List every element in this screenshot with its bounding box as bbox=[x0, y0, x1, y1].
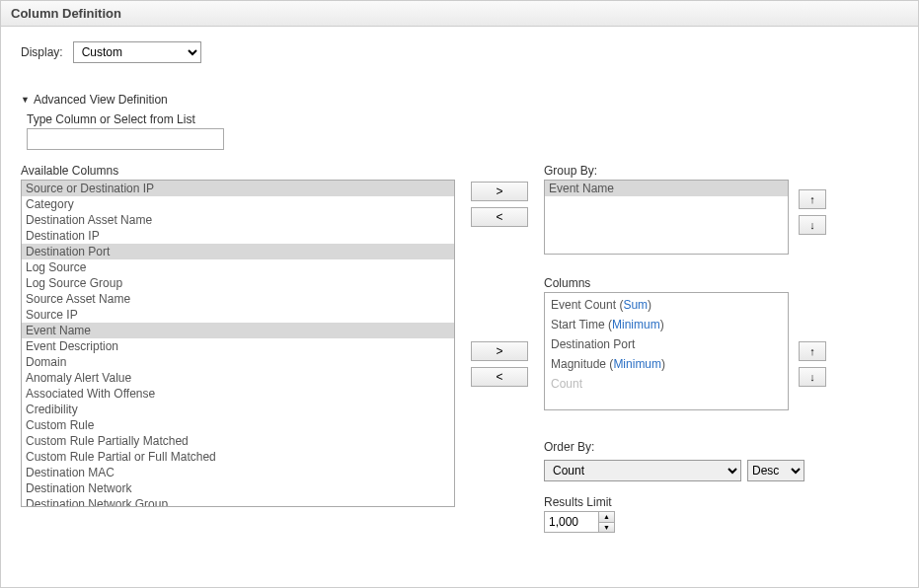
list-item[interactable]: Source IP bbox=[22, 307, 454, 323]
orderby-field-select[interactable]: Count bbox=[544, 460, 741, 481]
type-column-section: Type Column or Select from List bbox=[27, 112, 898, 150]
list-item[interactable]: Source Asset Name bbox=[22, 291, 454, 307]
list-item[interactable]: Destination IP bbox=[22, 228, 454, 244]
disclosure-triangle-icon: ▼ bbox=[21, 96, 30, 105]
remove-from-groupby-button[interactable]: < bbox=[471, 207, 528, 227]
orderby-direction-select[interactable]: Desc bbox=[747, 460, 804, 481]
list-item[interactable]: Magnitude (Minimum) bbox=[545, 354, 788, 374]
type-column-label: Type Column or Select from List bbox=[27, 112, 898, 126]
list-item[interactable]: Category bbox=[22, 196, 454, 212]
list-item[interactable]: Destination Network bbox=[22, 480, 454, 496]
list-item[interactable]: Custom Rule Partial or Full Matched bbox=[22, 449, 454, 465]
list-item[interactable]: Destination Asset Name bbox=[22, 212, 454, 228]
columns-move-down-button[interactable]: ↓ bbox=[799, 367, 826, 387]
list-item[interactable]: Destination Network Group bbox=[22, 496, 454, 507]
list-item[interactable]: Destination Port bbox=[545, 334, 788, 354]
list-item[interactable]: Log Source Group bbox=[22, 275, 454, 291]
remove-from-columns-button[interactable]: < bbox=[471, 367, 528, 387]
results-limit-label: Results Limit bbox=[544, 495, 898, 509]
column-definition-panel: Column Definition Display: Custom ▼ Adva… bbox=[0, 0, 919, 588]
results-limit-input[interactable] bbox=[545, 512, 598, 532]
available-columns-list[interactable]: Source or Destination IPCategoryDestinat… bbox=[21, 180, 455, 507]
groupby-label: Group By: bbox=[544, 164, 898, 178]
list-item[interactable]: Domain bbox=[22, 354, 454, 370]
list-item[interactable]: Start Time (Minimum) bbox=[545, 315, 788, 334]
list-item[interactable]: Event Description bbox=[22, 338, 454, 354]
list-item[interactable]: Log Source bbox=[22, 259, 454, 275]
list-item[interactable]: Custom Rule bbox=[22, 417, 454, 433]
columns-list[interactable]: Event Count (Sum)Start Time (Minimum)Des… bbox=[544, 292, 789, 410]
list-item[interactable]: Source or Destination IP bbox=[22, 181, 454, 196]
list-item[interactable]: Credibility bbox=[22, 402, 454, 417]
orderby-label: Order By: bbox=[544, 440, 898, 454]
results-limit-down-button[interactable]: ▼ bbox=[599, 523, 614, 533]
display-row: Display: Custom bbox=[21, 41, 898, 63]
list-item[interactable]: Custom Rule Partially Matched bbox=[22, 433, 454, 449]
panel-title: Column Definition bbox=[1, 1, 918, 27]
results-limit-spinner[interactable]: ▲ ▼ bbox=[544, 511, 615, 533]
columns-label: Columns bbox=[544, 276, 898, 290]
add-to-groupby-button[interactable]: > bbox=[471, 182, 528, 201]
add-to-columns-button[interactable]: > bbox=[471, 341, 528, 361]
type-column-input[interactable] bbox=[27, 128, 224, 150]
groupby-move-up-button[interactable]: ↑ bbox=[799, 189, 826, 209]
list-item[interactable]: Associated With Offense bbox=[22, 386, 454, 402]
groupby-move-down-button[interactable]: ↓ bbox=[799, 215, 826, 235]
results-limit-up-button[interactable]: ▲ bbox=[599, 512, 614, 523]
list-item[interactable]: Anomaly Alert Value bbox=[22, 370, 454, 386]
display-select[interactable]: Custom bbox=[73, 41, 201, 63]
groupby-list[interactable]: Event Name bbox=[544, 180, 789, 255]
columns-move-up-button[interactable]: ↑ bbox=[799, 341, 826, 361]
list-item[interactable]: Count bbox=[545, 374, 788, 394]
list-item[interactable]: Event Count (Sum) bbox=[545, 295, 788, 315]
advanced-view-label: Advanced View Definition bbox=[34, 93, 168, 107]
list-item[interactable]: Destination Port bbox=[22, 244, 454, 259]
display-label: Display: bbox=[21, 45, 63, 59]
available-columns-label: Available Columns bbox=[21, 164, 455, 178]
list-item[interactable]: Destination MAC bbox=[22, 465, 454, 480]
advanced-view-toggle[interactable]: ▼ Advanced View Definition bbox=[21, 93, 898, 107]
list-item[interactable]: Event Name bbox=[545, 181, 788, 196]
list-item[interactable]: Event Name bbox=[22, 323, 454, 338]
